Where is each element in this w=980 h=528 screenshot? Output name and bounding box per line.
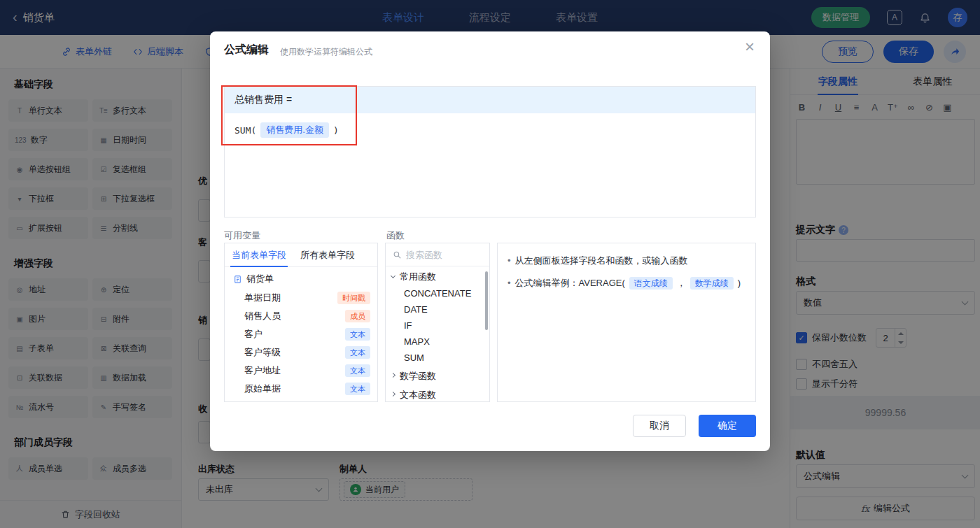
function-group-common[interactable]: 常用函数 bbox=[386, 268, 489, 285]
function-group-text[interactable]: 文本函数 bbox=[386, 386, 489, 402]
type-badge: 文本 bbox=[345, 328, 370, 341]
variable-row[interactable]: 单据日期时间戳 bbox=[225, 289, 377, 307]
function-item[interactable]: IF bbox=[386, 317, 489, 334]
tab-current-form-fields[interactable]: 当前表单字段 bbox=[225, 243, 293, 266]
function-group-label: 文本函数 bbox=[400, 389, 436, 401]
functions-section-label: 函数 bbox=[386, 229, 405, 242]
chevron-right-icon bbox=[391, 372, 396, 377]
variable-name: 客户地址 bbox=[244, 364, 281, 377]
variable-row[interactable]: 客户等级文本 bbox=[225, 343, 377, 362]
formula-target-line: 总销售费用 = bbox=[225, 87, 755, 113]
document-icon bbox=[233, 275, 242, 284]
help-example-prefix: 公式编辑举例：AVERAGE( bbox=[515, 276, 625, 291]
variable-name: 原始单据 bbox=[244, 383, 281, 395]
functions-panel: 常用函数 CONCATENATE DATE IF MAPX SUM 数学函数 文… bbox=[385, 243, 490, 402]
bullet-icon: • bbox=[507, 253, 511, 269]
bullet-icon: • bbox=[507, 276, 511, 291]
help-example-suffix: ) bbox=[738, 276, 741, 291]
function-group-math[interactable]: 数学函数 bbox=[386, 367, 489, 385]
formula-function-open: SUM( bbox=[234, 125, 256, 136]
function-group-label: 常用函数 bbox=[400, 271, 436, 283]
variable-name: 客户等级 bbox=[244, 346, 281, 359]
chevron-right-icon bbox=[391, 391, 396, 396]
close-icon[interactable]: × bbox=[745, 38, 755, 55]
variable-name: 客户 bbox=[244, 328, 262, 341]
cancel-button[interactable]: 取消 bbox=[633, 415, 686, 437]
tab-all-form-fields[interactable]: 所有表单字段 bbox=[293, 243, 362, 266]
variable-row[interactable]: 销售人员成员 bbox=[225, 307, 377, 325]
help-line-1: • 从左侧面板选择字段名和函数，或输入函数 bbox=[507, 253, 746, 269]
type-badge: 成员 bbox=[345, 310, 370, 322]
function-item[interactable]: DATE bbox=[386, 301, 489, 317]
function-search-input[interactable] bbox=[406, 250, 470, 260]
variables-tabs: 当前表单字段 所有表单字段 bbox=[225, 243, 377, 267]
formula-edit-modal: 公式编辑 使用数学运算符编辑公式 × 总销售费用 = SUM( 销售费用.金额 … bbox=[210, 31, 770, 451]
formula-editor[interactable]: 总销售费用 = SUM( 销售费用.金额 ) bbox=[224, 86, 756, 217]
variable-name: 单据日期 bbox=[244, 292, 281, 304]
function-item[interactable]: SUM bbox=[386, 350, 489, 366]
function-item[interactable]: MAPX bbox=[386, 334, 489, 350]
confirm-button[interactable]: 确定 bbox=[699, 415, 756, 437]
variables-panel: 当前表单字段 所有表单字段 销货单 单据日期时间戳 销售人员成员 客户文本 客户… bbox=[224, 243, 378, 402]
variable-name: 销售人员 bbox=[244, 310, 281, 322]
help-text-1: 从左侧面板选择字段名和函数，或输入函数 bbox=[515, 253, 688, 269]
variable-row[interactable]: 客户地址文本 bbox=[225, 362, 377, 380]
variable-row[interactable]: 客户文本 bbox=[225, 325, 377, 343]
type-badge: 文本 bbox=[345, 346, 370, 359]
variables-tree-root[interactable]: 销货单 bbox=[225, 267, 377, 289]
scrollbar-thumb[interactable] bbox=[485, 271, 488, 330]
example-field-chip: 数学成绩 bbox=[690, 277, 734, 290]
modal-title: 公式编辑 bbox=[224, 43, 269, 57]
function-item[interactable]: CONCATENATE bbox=[386, 285, 489, 301]
formula-help-panel: • 从左侧面板选择字段名和函数，或输入函数 • 公式编辑举例：AVERAGE( … bbox=[497, 243, 756, 402]
function-group-label: 数学函数 bbox=[400, 370, 436, 383]
help-line-2: • 公式编辑举例：AVERAGE( 语文成绩 ， 数学成绩 ) bbox=[507, 276, 746, 291]
function-search bbox=[386, 243, 489, 266]
formula-expression-line: SUM( 销售费用.金额 ) bbox=[225, 113, 755, 147]
modal-subtitle: 使用数学运算符编辑公式 bbox=[280, 46, 372, 58]
formula-field-chip[interactable]: 销售费用.金额 bbox=[260, 122, 329, 138]
formula-close-paren: ) bbox=[333, 125, 339, 136]
variable-row[interactable]: 原始单据文本 bbox=[225, 380, 377, 398]
chevron-down-icon bbox=[391, 273, 396, 278]
type-badge: 文本 bbox=[345, 383, 370, 395]
type-badge: 时间戳 bbox=[337, 292, 370, 304]
example-field-chip: 语文成绩 bbox=[629, 277, 673, 290]
search-icon bbox=[393, 250, 402, 259]
variables-root-label: 销货单 bbox=[246, 273, 274, 285]
example-separator: ， bbox=[677, 276, 686, 291]
type-badge: 文本 bbox=[345, 364, 370, 377]
variables-section-label: 可用变量 bbox=[224, 229, 260, 242]
